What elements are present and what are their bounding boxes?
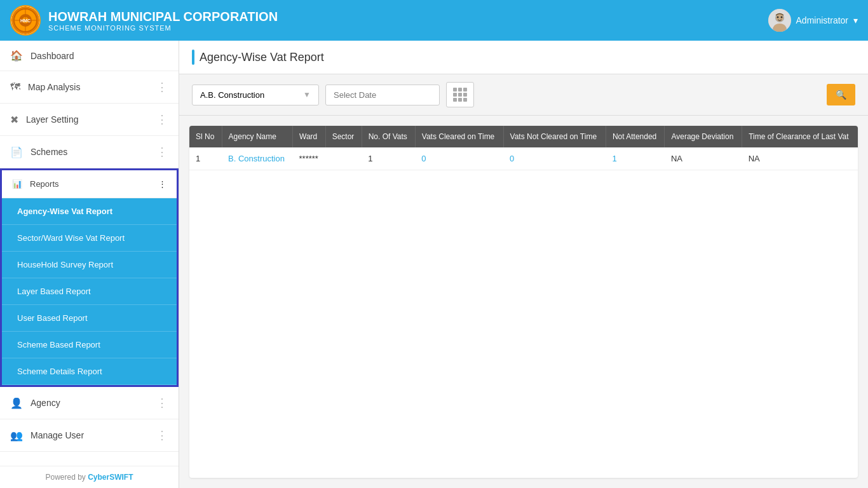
sidebar-label-map-analysis: Map Analysis — [28, 82, 80, 92]
sidebar-label-manage-user: Manage User — [31, 430, 84, 440]
search-button[interactable]: 🔍 — [827, 84, 855, 105]
cell-agency-name: B. Construction — [222, 147, 293, 170]
grid-view-button[interactable] — [446, 82, 474, 107]
col-vats-not-cleared-on-time: Vats Not Cleared on Time — [503, 126, 606, 147]
cell-not-attended: 1 — [606, 147, 665, 170]
admin-avatar — [768, 9, 791, 32]
agency-dropdown-chevron: ▼ — [303, 90, 311, 99]
main-content: Agency-Wise Vat Report A.B. Construction… — [179, 41, 868, 488]
admin-name: Administrator — [796, 15, 848, 25]
sidebar-label-reports: Reports — [30, 179, 59, 189]
reports-dots[interactable]: ⋮ — [158, 179, 166, 189]
col-sl-no: Sl No — [189, 126, 222, 147]
search-icon: 🔍 — [836, 90, 846, 100]
sub-item-user-based-report[interactable]: User Based Report — [2, 305, 177, 332]
admin-dropdown-icon[interactable]: ▾ — [853, 15, 858, 25]
cell-ward: ****** — [293, 147, 326, 170]
footer-brand[interactable]: CyberSWIFT — [88, 473, 133, 482]
accent-bar — [192, 50, 194, 65]
sidebar-item-manage-user[interactable]: 👥 Manage User ⋮ — [0, 419, 179, 452]
sidebar-item-layer-setting[interactable]: ✖ Layer Setting ⋮ — [0, 104, 179, 136]
svg-point-12 — [780, 17, 782, 18]
header-right: Administrator ▾ — [768, 9, 858, 32]
sidebar-item-reports[interactable]: 📊 Reports ⋮ — [2, 170, 177, 198]
sidebar: 🏠 Dashboard 🗺 Map Analysis ⋮ ✖ Layer Set… — [0, 41, 179, 488]
cell-sector — [325, 147, 362, 170]
system-name: SCHEME MONITORING SYSTEM — [48, 24, 278, 32]
footer-text: Powered by — [45, 473, 88, 482]
not-attended-link[interactable]: 1 — [612, 154, 616, 163]
org-name: HOWRAH MUNICIPAL CORPORATION — [48, 10, 278, 24]
svg-point-11 — [776, 17, 778, 18]
sidebar-label-schemes: Schemes — [31, 147, 67, 157]
table-body: 1 B. Construction ****** 1 0 0 — [189, 147, 858, 170]
cell-vats-not-cleared-on-time: 0 — [503, 147, 606, 170]
map-analysis-dots[interactable]: ⋮ — [156, 80, 168, 94]
map-icon: 🗺 — [10, 81, 20, 93]
sub-item-agency-wise-vat-report[interactable]: Agency-Wise Vat Report — [2, 198, 177, 225]
sidebar-item-dashboard[interactable]: 🏠 Dashboard — [0, 41, 179, 71]
cell-vats-cleared-on-time: 0 — [415, 147, 503, 170]
schemes-dots[interactable]: ⋮ — [156, 145, 168, 159]
page-title-bar: Agency-Wise Vat Report — [179, 41, 868, 74]
table-header-row: Sl No Agency Name Ward Sector No. Of Vat… — [189, 126, 858, 147]
sub-item-scheme-based-report[interactable]: Scheme Based Report — [2, 332, 177, 358]
schemes-icon: 📄 — [10, 146, 23, 158]
layer-icon: ✖ — [10, 114, 18, 126]
filter-bar: A.B. Construction ▼ 🔍 — [179, 74, 868, 116]
header-title: HOWRAH MUNICIPAL CORPORATION SCHEME MONI… — [48, 10, 278, 32]
col-sector: Sector — [325, 126, 362, 147]
cell-time-of-clearance: NA — [742, 147, 858, 170]
sub-item-household-survey-report[interactable]: HouseHold Survey Report — [2, 252, 177, 278]
table-row: 1 B. Construction ****** 1 0 0 — [189, 147, 858, 170]
agency-selected-value: A.B. Construction — [200, 90, 264, 100]
manage-user-dots[interactable]: ⋮ — [156, 428, 168, 442]
page-title: Agency-Wise Vat Report — [200, 51, 324, 64]
agency-dots[interactable]: ⋮ — [156, 396, 168, 410]
reports-icon: 📊 — [12, 179, 22, 189]
date-input[interactable] — [325, 85, 440, 105]
vats-not-cleared-link[interactable]: 0 — [510, 154, 514, 163]
reports-section: 📊 Reports ⋮ Agency-Wise Vat Report Secto… — [0, 168, 179, 387]
vats-cleared-link[interactable]: 0 — [421, 154, 426, 163]
col-average-deviation: Average Deviation — [665, 126, 742, 147]
svg-text:HMC: HMC — [20, 18, 31, 23]
agency-dropdown[interactable]: A.B. Construction ▼ — [192, 85, 319, 105]
sidebar-item-map-analysis[interactable]: 🗺 Map Analysis ⋮ — [0, 71, 179, 104]
reports-submenu: Agency-Wise Vat Report Sector/Ward Wise … — [2, 198, 177, 385]
col-agency-name: Agency Name — [222, 126, 293, 147]
col-vats-cleared-on-time: Vats Cleared on Time — [415, 126, 503, 147]
col-ward: Ward — [293, 126, 326, 147]
sidebar-label-agency: Agency — [31, 398, 60, 408]
col-no-of-vats: No. Of Vats — [362, 126, 415, 147]
home-icon: 🏠 — [10, 50, 23, 62]
sub-item-layer-based-report[interactable]: Layer Based Report — [2, 278, 177, 305]
cell-no-of-vats: 1 — [362, 147, 415, 170]
report-table: Sl No Agency Name Ward Sector No. Of Vat… — [189, 126, 858, 170]
manage-user-icon: 👥 — [10, 430, 23, 442]
agency-name-link[interactable]: B. Construction — [228, 154, 285, 163]
agency-icon: 👤 — [10, 397, 23, 409]
col-time-of-clearance: Time of Clearance of Last Vat — [742, 126, 858, 147]
sub-item-sector-ward-wise-vat-report[interactable]: Sector/Ward Wise Vat Report — [2, 225, 177, 252]
sub-item-scheme-details-report[interactable]: Scheme Details Report — [2, 358, 177, 385]
sidebar-item-agency[interactable]: 👤 Agency ⋮ — [0, 387, 179, 419]
cell-sl-no: 1 — [189, 147, 222, 170]
sidebar-label-layer-setting: Layer Setting — [26, 114, 79, 125]
col-not-attended: Not Attended — [606, 126, 665, 147]
sidebar-item-schemes[interactable]: 📄 Schemes ⋮ — [0, 136, 179, 168]
org-logo: HMC — [10, 5, 41, 36]
app-header: HMC HOWRAH MUNICIPAL CORPORATION SCHEME … — [0, 0, 868, 41]
grid-icon — [453, 88, 467, 102]
report-table-container: Sl No Agency Name Ward Sector No. Of Vat… — [189, 126, 858, 478]
cell-average-deviation: NA — [665, 147, 742, 170]
layer-setting-dots[interactable]: ⋮ — [156, 112, 168, 126]
sidebar-footer: Powered by CyberSWIFT — [0, 466, 179, 488]
header-left: HMC HOWRAH MUNICIPAL CORPORATION SCHEME … — [10, 5, 278, 36]
sidebar-label-dashboard: Dashboard — [31, 51, 74, 61]
